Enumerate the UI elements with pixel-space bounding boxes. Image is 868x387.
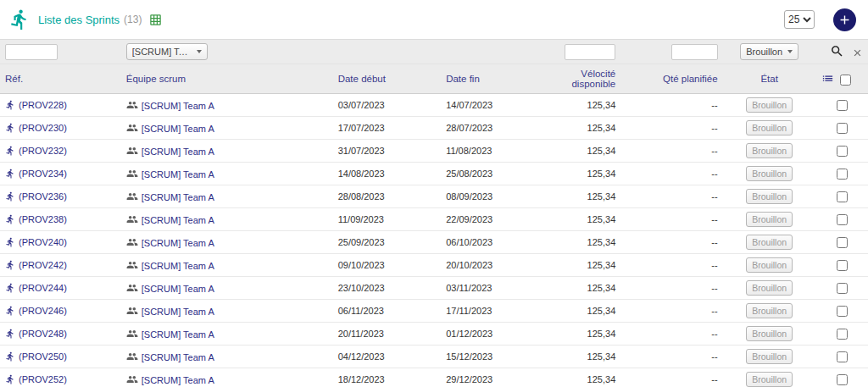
row-checkbox[interactable] <box>837 214 848 225</box>
chevron-down-icon <box>197 50 202 53</box>
checkbox-cell <box>816 185 868 208</box>
ref-cell: (PROV250) <box>0 346 121 368</box>
column-header-status: État <box>723 64 816 94</box>
filter-row: [SCRUM] Te… Brouillon <box>0 40 868 64</box>
row-checkbox[interactable] <box>837 283 848 294</box>
team-cell: [SCRUM] Team A <box>121 346 333 368</box>
sprint-ref-link[interactable]: (PROV232) <box>19 146 67 156</box>
sprint-ref-link[interactable]: (PROV230) <box>19 123 67 133</box>
status-badge: Brouillon <box>746 280 793 296</box>
sprint-ref-link[interactable]: (PROV248) <box>19 329 67 339</box>
sprint-icon <box>5 191 15 202</box>
team-link[interactable]: [SCRUM] Team A <box>142 169 214 180</box>
table-row[interactable]: (PROV250)[SCRUM] Team A04/12/202315/12/2… <box>0 346 868 368</box>
team-cell: [SCRUM] Team A <box>121 300 333 323</box>
checkbox-cell <box>816 346 868 368</box>
planned-qty-cell: -- <box>620 254 722 277</box>
team-link[interactable]: [SCRUM] Team A <box>142 307 214 317</box>
table-row[interactable]: (PROV246)[SCRUM] Team A06/11/202317/11/2… <box>0 300 868 323</box>
column-header-planned-qty: Qté planifiée <box>620 64 722 94</box>
team-link[interactable]: [SCRUM] Team A <box>142 147 214 157</box>
date-start-cell: 25/09/2023 <box>333 231 441 254</box>
velocity-cell: 125,34 <box>545 117 621 140</box>
table-row[interactable]: (PROV234)[SCRUM] Team A14/08/202325/08/2… <box>0 163 868 185</box>
ref-filter-input[interactable] <box>5 44 58 60</box>
row-checkbox[interactable] <box>837 191 848 202</box>
team-cell: [SCRUM] Team A <box>121 117 333 140</box>
sprint-ref-link[interactable]: (PROV242) <box>19 260 67 270</box>
row-checkbox[interactable] <box>837 123 848 134</box>
team-filter-select[interactable]: [SCRUM] Te… <box>126 43 208 60</box>
team-link[interactable]: [SCRUM] Team A <box>142 375 214 385</box>
team-link[interactable]: [SCRUM] Team A <box>142 215 214 225</box>
sprint-ref-link[interactable]: (PROV250) <box>19 351 67 362</box>
sprint-icon <box>5 100 15 110</box>
table-row[interactable]: (PROV244)[SCRUM] Team A23/10/202303/11/2… <box>0 277 868 300</box>
team-icon <box>126 236 138 248</box>
sprint-ref-link[interactable]: (PROV238) <box>19 214 67 224</box>
date-end-cell: 28/07/2023 <box>441 117 544 140</box>
sprint-ref-link[interactable]: (PROV236) <box>19 191 67 202</box>
sprint-icon <box>5 214 15 224</box>
team-link[interactable]: [SCRUM] Team A <box>142 284 214 294</box>
row-checkbox[interactable] <box>837 351 848 362</box>
page-size-select[interactable]: 25 <box>784 10 815 29</box>
row-checkbox[interactable] <box>837 306 848 317</box>
table-row[interactable]: (PROV240)[SCRUM] Team A25/09/202306/10/2… <box>0 231 868 254</box>
date-start-cell: 09/10/2023 <box>333 254 441 277</box>
planned-qty-cell: -- <box>620 140 722 163</box>
add-sprint-button[interactable] <box>833 8 856 31</box>
column-header-team: Équipe scrum <box>121 64 333 94</box>
sprint-icon <box>5 351 15 362</box>
velocity-filter-input[interactable] <box>565 44 615 60</box>
team-cell: [SCRUM] Team A <box>121 163 333 185</box>
column-header-ref: Réf. <box>0 64 121 94</box>
team-link[interactable]: [SCRUM] Team A <box>142 192 214 202</box>
column-list-icon[interactable] <box>821 72 834 85</box>
planned-qty-cell: -- <box>620 94 722 117</box>
date-end-cell: 11/08/2023 <box>441 140 544 163</box>
table-row[interactable]: (PROV230)[SCRUM] Team A17/07/202328/07/2… <box>0 117 868 140</box>
sprint-ref-link[interactable]: (PROV246) <box>19 306 67 316</box>
table-row[interactable]: (PROV236)[SCRUM] Team A28/08/202308/09/2… <box>0 185 868 208</box>
checkbox-cell <box>816 163 868 185</box>
sprint-icon <box>5 283 15 293</box>
team-link[interactable]: [SCRUM] Team A <box>142 352 214 362</box>
row-checkbox[interactable] <box>837 329 848 340</box>
table-row[interactable]: (PROV232)[SCRUM] Team A31/07/202311/08/2… <box>0 140 868 163</box>
team-link[interactable]: [SCRUM] Team A <box>142 329 214 340</box>
ref-cell: (PROV240) <box>0 231 121 254</box>
team-link[interactable]: [SCRUM] Team A <box>142 238 214 248</box>
date-end-cell: 15/12/2023 <box>441 346 544 368</box>
sprint-ref-link[interactable]: (PROV240) <box>19 237 67 247</box>
velocity-cell: 125,34 <box>545 323 621 346</box>
sprint-ref-link[interactable]: (PROV234) <box>19 169 67 179</box>
table-row[interactable]: (PROV252)[SCRUM] Team A18/12/202329/12/2… <box>0 368 868 387</box>
sprint-ref-link[interactable]: (PROV228) <box>19 100 67 110</box>
row-checkbox[interactable] <box>837 146 848 157</box>
row-checkbox[interactable] <box>837 260 848 271</box>
export-excel-icon[interactable] <box>149 14 162 26</box>
qty-filter-input[interactable] <box>671 44 718 60</box>
table-row[interactable]: (PROV238)[SCRUM] Team A11/09/202322/09/2… <box>0 208 868 231</box>
team-link[interactable]: [SCRUM] Team A <box>142 261 214 271</box>
row-checkbox[interactable] <box>837 169 848 180</box>
status-filter-select[interactable]: Brouillon <box>740 43 798 60</box>
sprint-icon <box>5 374 15 384</box>
table-row[interactable]: (PROV228)[SCRUM] Team A03/07/202314/07/2… <box>0 94 868 117</box>
row-checkbox[interactable] <box>837 237 848 248</box>
clear-filters-icon[interactable] <box>852 47 863 58</box>
table-row[interactable]: (PROV242)[SCRUM] Team A09/10/202320/10/2… <box>0 254 868 277</box>
row-checkbox[interactable] <box>837 100 848 111</box>
row-checkbox[interactable] <box>837 374 848 385</box>
status-filter-value: Brouillon <box>746 47 782 57</box>
sprint-ref-link[interactable]: (PROV244) <box>19 283 67 293</box>
page-title: Liste des Sprints <box>38 14 120 26</box>
status-badge: Brouillon <box>746 349 793 364</box>
select-all-checkbox[interactable] <box>840 75 851 86</box>
team-link[interactable]: [SCRUM] Team A <box>142 124 214 134</box>
team-link[interactable]: [SCRUM] Team A <box>142 101 214 111</box>
sprint-ref-link[interactable]: (PROV252) <box>19 374 67 384</box>
table-row[interactable]: (PROV248)[SCRUM] Team A20/11/202301/12/2… <box>0 323 868 346</box>
search-icon[interactable] <box>830 44 844 58</box>
